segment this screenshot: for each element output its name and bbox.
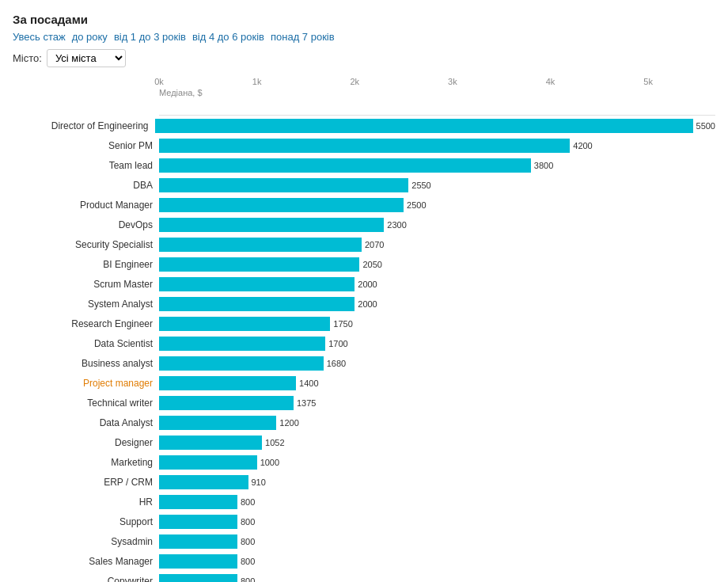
chart-row: Senior PM4200: [13, 137, 715, 154]
bar: [159, 436, 262, 450]
chart-row: ERP / CRM910: [13, 474, 715, 491]
bar-value: 3800: [534, 161, 553, 170]
bar: [159, 376, 296, 390]
bar-value: 2550: [411, 181, 430, 190]
bar-value: 800: [241, 517, 255, 527]
bar-container: 2550: [159, 178, 715, 192]
row-label: Security Specialist: [13, 239, 159, 250]
chart-row: Product Manager2500: [13, 196, 715, 214]
bar: [155, 119, 693, 133]
chart-row: Data Scientist1700: [13, 335, 715, 352]
bar-container: 800: [159, 554, 715, 569]
filter-links: Увесь стаж до року від 1 до 3 років від …: [13, 31, 715, 43]
bar-container: 1375: [159, 396, 715, 410]
row-label: Scrum Master: [13, 279, 159, 290]
bar-value: 800: [241, 576, 255, 582]
row-label: Data Analyst: [13, 417, 159, 428]
row-label: Copywriter: [13, 576, 159, 582]
bar-container: 800: [159, 574, 715, 582]
row-label: DevOps: [13, 219, 159, 230]
bar-container: 5500: [155, 119, 715, 133]
chart-row: Security Specialist2070: [13, 236, 715, 253]
row-label: DBA: [13, 180, 159, 191]
bar-container: 4200: [159, 139, 715, 153]
chart-row: Director of Engineering5500: [13, 117, 715, 135]
bar-container: 800: [159, 534, 715, 549]
axis-label-0: 0k: [154, 77, 164, 86]
bar-value: 2500: [407, 200, 426, 210]
bar-container: 2500: [159, 198, 715, 212]
bar-container: 2050: [159, 257, 715, 272]
bar-value: 800: [241, 497, 255, 507]
bar: [159, 554, 237, 569]
bar: [159, 396, 294, 410]
chart-row: System Analyst2000: [13, 295, 715, 313]
filter-4-6[interactable]: від 4 до 6 років: [192, 31, 264, 43]
bar: [159, 198, 404, 212]
chart-row: Project manager1400: [13, 375, 715, 392]
chart-row: HR800: [13, 493, 715, 511]
axis-label-3: 3k: [448, 77, 457, 86]
chart-rows: Director of Engineering5500Senior PM4200…: [13, 115, 715, 582]
bar-container: 910: [159, 475, 715, 489]
bar-value: 2000: [358, 280, 377, 289]
filter-to-year[interactable]: до року: [72, 31, 108, 43]
bar-value: 2070: [365, 240, 384, 249]
chart-row: Sales Manager800: [13, 553, 715, 570]
bar: [159, 534, 237, 549]
chart-row: Designer1052: [13, 434, 715, 451]
axis-label-2: 2k: [350, 77, 359, 86]
bar: [159, 257, 359, 272]
filter-all[interactable]: Увесь стаж: [13, 31, 66, 43]
bar-container: 2000: [159, 277, 715, 291]
chart-row: Team lead3800: [13, 157, 715, 174]
bar: [159, 574, 237, 582]
row-label: Sysadmin: [13, 536, 159, 547]
bar-container: 1052: [159, 436, 715, 450]
page-title: За посадами: [13, 13, 715, 26]
bar-container: 1200: [159, 416, 715, 430]
bar-container: 1700: [159, 337, 715, 351]
chart-area: 0k1k2k3k4k5kМедіана, $ Director of Engin…: [13, 77, 715, 582]
bar-value: 2000: [358, 299, 377, 309]
chart-row: Business analyst1680: [13, 355, 715, 372]
chart-row: Scrum Master2000: [13, 276, 715, 293]
bar: [159, 416, 276, 430]
bar-container: 1400: [159, 376, 715, 390]
bar: [159, 475, 248, 489]
chart-row: Support800: [13, 513, 715, 531]
bar: [159, 317, 330, 331]
chart-row: Technical writer1375: [13, 394, 715, 412]
chart-row: Research Engineer1750: [13, 315, 715, 333]
city-label: Місто:: [13, 52, 42, 64]
row-label: Director of Engineering: [13, 120, 155, 131]
row-label: HR: [13, 496, 159, 508]
chart-header: 0k1k2k3k4k5kМедіана, $: [159, 77, 715, 99]
chart-row: BI Engineer2050: [13, 256, 715, 273]
row-label: Senior PM: [13, 140, 159, 151]
row-label: Research Engineer: [13, 318, 159, 329]
row-label: Sales Manager: [13, 556, 159, 567]
axis-label-5: 5k: [643, 77, 653, 86]
chart-row: Marketing1000: [13, 454, 715, 471]
chart-row: Sysadmin800: [13, 533, 715, 550]
bar-container: 2070: [159, 238, 715, 252]
bar-container: 2000: [159, 297, 715, 311]
row-label: ERP / CRM: [13, 477, 159, 488]
bar-container: 800: [159, 495, 715, 509]
bar: [159, 158, 531, 173]
chart-row: Copywriter800: [13, 572, 715, 582]
row-label: Project manager: [13, 378, 159, 389]
chart-row: Data Analyst1200: [13, 414, 715, 432]
bar-value: 1680: [327, 359, 346, 368]
city-select[interactable]: Усі містаКиївЛьвівХарківДніпроОдеса: [47, 49, 126, 67]
chart-row: DBA2550: [13, 177, 715, 194]
row-label: Support: [13, 516, 159, 527]
bar-value: 1375: [297, 398, 316, 408]
filter-7plus[interactable]: понад 7 років: [271, 31, 335, 43]
bar-container: 800: [159, 515, 715, 529]
filter-1-3[interactable]: від 1 до 3 років: [114, 31, 186, 43]
bar: [159, 178, 408, 192]
city-filter: Місто: Усі містаКиївЛьвівХарківДніпроОде…: [13, 49, 715, 67]
bar-value: 800: [241, 537, 255, 546]
